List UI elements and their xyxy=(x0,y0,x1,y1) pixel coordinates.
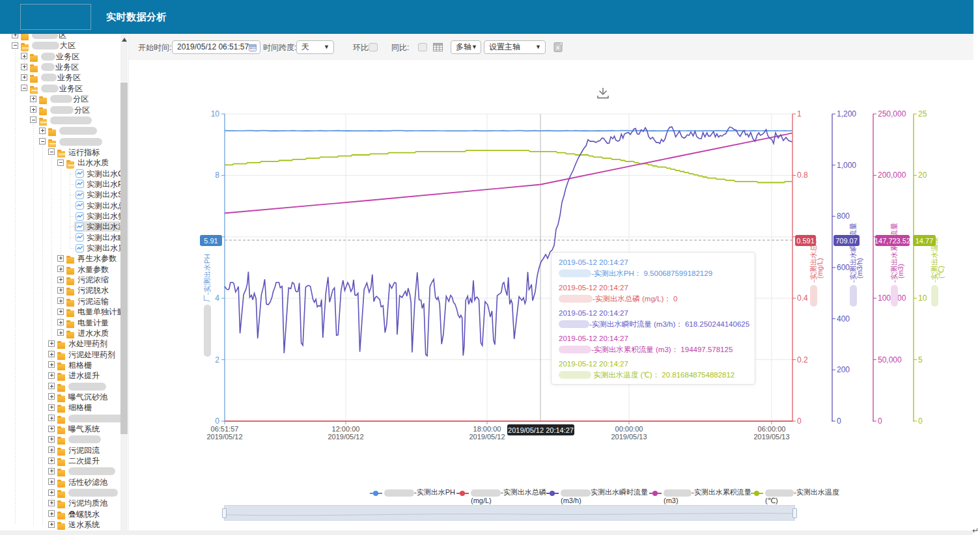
svg-text:2: 2 xyxy=(215,355,219,364)
svg-text:18:00:00: 18:00:00 xyxy=(473,425,501,433)
svg-text:800: 800 xyxy=(837,212,850,221)
svg-text:400: 400 xyxy=(837,314,850,323)
svg-text:0: 0 xyxy=(215,417,219,426)
svg-text:709.07: 709.07 xyxy=(835,237,858,245)
svg-text:(℃): (℃) xyxy=(937,266,945,279)
svg-text:1: 1 xyxy=(797,109,802,118)
svg-text:0: 0 xyxy=(918,417,923,426)
svg-text:8: 8 xyxy=(215,171,219,180)
svg-text:14.77: 14.77 xyxy=(916,237,934,245)
svg-text:0.591: 0.591 xyxy=(796,237,815,245)
svg-text:200,000: 200,000 xyxy=(878,171,906,180)
svg-text:5.91: 5.91 xyxy=(204,237,217,245)
svg-text:5: 5 xyxy=(918,355,923,364)
svg-text:06:51:57: 06:51:57 xyxy=(211,425,239,433)
svg-text:(m3/h): (m3/h) xyxy=(856,258,863,279)
svg-text:0.2: 0.2 xyxy=(797,355,808,364)
svg-text:600: 600 xyxy=(837,263,850,272)
svg-text:0.8: 0.8 xyxy=(797,171,808,180)
svg-text:147,723.52: 147,723.52 xyxy=(875,237,910,245)
svg-text:0: 0 xyxy=(797,417,802,426)
svg-text:2019/05/13: 2019/05/13 xyxy=(611,433,647,441)
svg-text:250,000: 250,000 xyxy=(878,109,906,118)
svg-text:06:00:00: 06:00:00 xyxy=(758,425,786,433)
svg-text:(m3): (m3) xyxy=(897,264,904,279)
svg-text:0.4: 0.4 xyxy=(797,294,808,303)
svg-text:10: 10 xyxy=(211,109,220,118)
svg-text:1,200: 1,200 xyxy=(837,109,856,118)
svg-text:厂-实测出水PH: 厂-实测出水PH xyxy=(203,254,211,302)
svg-text:50,000: 50,000 xyxy=(878,355,902,364)
svg-text:X: X xyxy=(556,45,560,51)
svg-text:0: 0 xyxy=(837,417,841,426)
svg-text:2019/05/12 20:14:27: 2019/05/12 20:14:27 xyxy=(508,426,574,434)
svg-text:25: 25 xyxy=(918,109,927,118)
svg-text:10: 10 xyxy=(918,294,927,303)
svg-text:2019/05/12: 2019/05/12 xyxy=(328,433,363,441)
svg-text:2019/05/12: 2019/05/12 xyxy=(206,433,242,441)
svg-text:00:00:00: 00:00:00 xyxy=(615,425,643,433)
svg-text:12:00:00: 12:00:00 xyxy=(332,425,360,433)
svg-text:0: 0 xyxy=(878,417,882,426)
svg-text:1,000: 1,000 xyxy=(837,161,856,170)
svg-text:4: 4 xyxy=(215,294,219,303)
svg-text:200: 200 xyxy=(837,365,850,374)
svg-text:2019/05/12: 2019/05/12 xyxy=(469,433,505,441)
svg-text:20: 20 xyxy=(918,171,927,180)
svg-text:(mg/L): (mg/L) xyxy=(816,258,824,279)
svg-text:2019/05/13: 2019/05/13 xyxy=(753,433,789,441)
